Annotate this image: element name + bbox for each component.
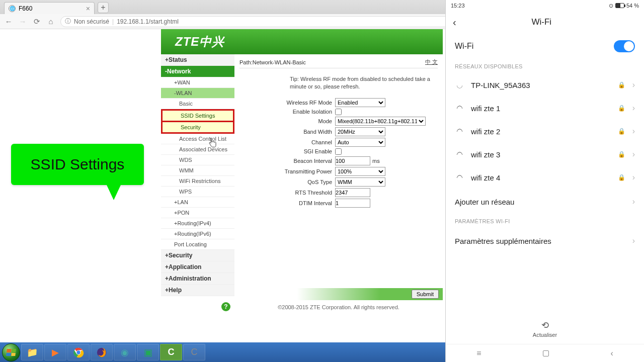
extra-params-row[interactable]: Paramètres supplémentaires › — [446, 228, 644, 253]
wifi-toggle[interactable] — [614, 40, 635, 52]
sidebar-item-wan[interactable]: +WAN — [161, 77, 234, 88]
start-button[interactable] — [2, 343, 20, 361]
sidebar-item-routing-ipv6[interactable]: +Routing(IPv6) — [161, 229, 234, 239]
wifi-toggle-row[interactable]: Wi-Fi — [446, 33, 644, 59]
network-row[interactable]: ◡ TP-LINK_95A363 🔒 › — [446, 73, 644, 97]
phone-status-bar: 15:23 ⊙ 54 % — [446, 0, 644, 11]
rf-mode-select[interactable]: Enabled — [335, 98, 385, 107]
wifi-params-label: PARAMÈTRES WI-FI — [446, 214, 644, 228]
battery-icon — [615, 3, 624, 8]
chevron-right-icon[interactable]: › — [632, 173, 635, 182]
callout-text: SSID Settings — [11, 144, 144, 185]
refresh-label: Actualiser — [446, 332, 644, 338]
wifi-signal-icon: ◠ — [455, 104, 464, 113]
sidebar-item-routing-ipv4[interactable]: +Routing(IPv4) — [161, 218, 234, 229]
taskbar-app2[interactable]: C — [183, 344, 205, 360]
globe-icon: 🌐 — [9, 5, 16, 12]
callout-bubble: SSID Settings — [11, 144, 144, 200]
rf-mode-label: Wireless RF Mode — [239, 100, 335, 106]
sidebar-item-acl[interactable]: Access Control List — [161, 134, 234, 144]
sidebar-item-port-locating[interactable]: Port Locating — [161, 239, 234, 250]
chevron-right-icon[interactable]: › — [632, 150, 635, 159]
taskbar-media[interactable]: ▶ — [44, 344, 66, 360]
lock-icon: 🔒 — [618, 151, 625, 158]
taskbar-browser[interactable]: ◉ — [114, 344, 136, 360]
network-row[interactable]: ◠ wifi zte 1 🔒 › — [446, 97, 644, 120]
chevron-right-icon[interactable]: › — [632, 127, 635, 136]
help-icon[interactable]: ? — [221, 302, 230, 311]
phone-back-button[interactable]: ‹ — [453, 17, 456, 28]
sgi-label: SGI Enable — [239, 148, 335, 154]
refresh-icon: ⟲ — [446, 320, 644, 331]
url-input[interactable]: ⓘ Non sécurisé | 192.168.1.1/start.ghtml — [60, 16, 463, 27]
channel-select[interactable]: Auto — [335, 138, 385, 147]
sidebar-item-basic[interactable]: Basic — [161, 99, 234, 109]
network-row[interactable]: ◠ wifi zte 2 🔒 › — [446, 120, 644, 143]
dtim-input[interactable] — [335, 199, 370, 208]
sidebar-item-network[interactable]: -Network — [161, 66, 234, 77]
qos-select[interactable]: WMM — [335, 177, 385, 187]
network-row[interactable]: ◠ wifi zte 4 🔒 › — [446, 166, 644, 189]
taskbar-camtasia[interactable]: C — [160, 344, 182, 360]
tab-title: F660 — [19, 5, 32, 12]
sidebar-item-application[interactable]: +Application — [161, 261, 234, 273]
taskbar-firefox[interactable] — [91, 344, 113, 360]
tx-power-select[interactable]: 100% — [335, 167, 385, 176]
chevron-right-icon[interactable]: › — [632, 104, 635, 113]
phone-back-nav-button[interactable]: ‹ — [610, 349, 613, 358]
sidebar-item-ssid-settings[interactable]: SSID Settings — [161, 109, 234, 122]
sidebar-item-security-sub[interactable]: Security — [161, 122, 234, 134]
home-button[interactable]: ⌂ — [46, 17, 55, 26]
new-tab-button[interactable]: + — [98, 2, 109, 13]
taskbar-app1[interactable]: ▣ — [137, 344, 159, 360]
network-row[interactable]: ◠ wifi zte 3 🔒 › — [446, 143, 644, 166]
phone-header: ‹ Wi-Fi — [446, 11, 644, 33]
extra-params-label: Paramètres supplémentaires — [455, 237, 551, 245]
sidebar-item-security[interactable]: +Security — [161, 250, 234, 261]
isolation-checkbox[interactable] — [335, 109, 342, 115]
qos-label: QoS Type — [239, 179, 335, 185]
sgi-checkbox[interactable] — [335, 148, 342, 155]
network-name: TP-LINK_95A363 — [471, 81, 611, 89]
refresh-button[interactable]: ⟲ Actualiser — [446, 320, 644, 338]
language-link[interactable]: 中 文 — [425, 58, 438, 66]
sidebar-item-status[interactable]: +Status — [161, 54, 234, 66]
forward-button[interactable]: → — [18, 17, 27, 26]
breadcrumb: Path:Network-WLAN-Basic — [239, 59, 306, 65]
taskbar-chrome[interactable] — [67, 344, 90, 360]
mode-select[interactable]: Mixed(802.11b+802.11g+802.11n) — [335, 117, 426, 126]
sidebar-item-wmm[interactable]: WMM — [161, 165, 234, 176]
sidebar-item-administration[interactable]: +Administration — [161, 273, 234, 285]
browser-tab[interactable]: 🌐 F660 × — [4, 2, 95, 14]
sidebar-item-help[interactable]: +Help — [161, 285, 234, 296]
sidebar-item-wds[interactable]: WDS — [161, 155, 234, 165]
security-warning: Non sécurisé — [74, 18, 109, 25]
close-tab-icon[interactable]: × — [86, 5, 90, 13]
sidebar-item-associated-devices[interactable]: Associated Devices — [161, 144, 234, 155]
wifi-toggle-label: Wi-Fi — [455, 42, 473, 51]
phone-nav-bar: ≡ ‹ — [446, 344, 644, 362]
sidebar-item-wifi-restrictions[interactable]: WiFi Restrictions — [161, 176, 234, 187]
sidebar-item-lan[interactable]: +LAN — [161, 197, 234, 208]
add-network-row[interactable]: Ajouter un réseau › — [446, 189, 644, 214]
bandwidth-select[interactable]: 20MHz — [335, 127, 385, 136]
rts-input[interactable] — [335, 188, 370, 197]
beacon-label: Beacon Interval — [239, 158, 335, 164]
router-content: Path:Network-WLAN-Basic 中 文 Tip: Wireles… — [234, 54, 443, 315]
phone-home-button[interactable] — [543, 350, 549, 356]
sidebar-item-wlan[interactable]: -WLAN — [161, 88, 234, 99]
beacon-input[interactable] — [335, 156, 370, 165]
callout-tail — [107, 185, 121, 200]
tx-power-label: Transmitting Power — [239, 168, 335, 174]
network-name: wifi zte 4 — [471, 173, 611, 182]
taskbar-explorer[interactable]: 📁 — [21, 344, 43, 360]
sidebar-item-wps[interactable]: WPS — [161, 187, 234, 197]
chevron-right-icon[interactable]: › — [632, 80, 635, 89]
phone-menu-button[interactable]: ≡ — [476, 349, 481, 358]
lock-icon: 🔒 — [618, 128, 625, 135]
reload-button[interactable]: ⟳ — [32, 17, 41, 26]
submit-button[interactable]: Submit — [412, 290, 439, 299]
phone-screen: 15:23 ⊙ 54 % ‹ Wi-Fi Wi-Fi RÉSEAUX DISPO… — [445, 0, 644, 362]
back-button[interactable]: ← — [4, 17, 13, 26]
sidebar-item-pon[interactable]: +PON — [161, 208, 234, 218]
